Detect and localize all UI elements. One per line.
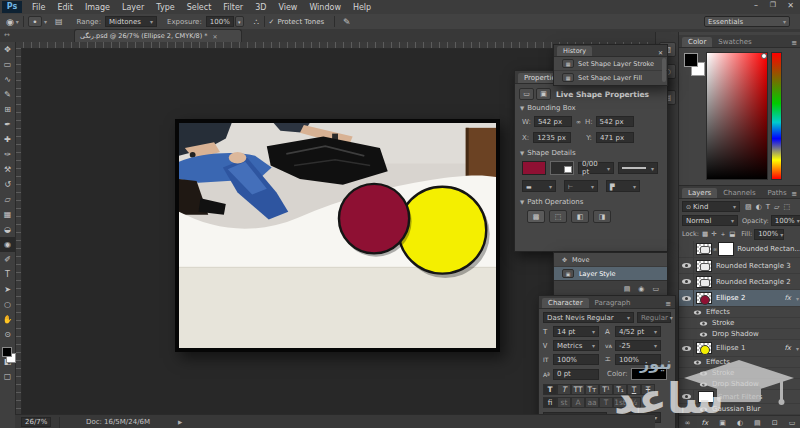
tool-preset-arrow-icon[interactable]: ▾	[16, 18, 19, 25]
status-options-arrow-icon[interactable]: ▶	[178, 419, 182, 425]
ellipse-tool[interactable]: ○	[0, 297, 15, 312]
link-layers-icon[interactable]: ∞	[685, 419, 691, 427]
visibility-toggle[interactable]	[679, 258, 694, 273]
fill-field[interactable]: 100%▾	[754, 229, 784, 240]
history-state[interactable]: ▦ Set Shape Layer Stroke	[554, 57, 667, 71]
visibility-toggle[interactable]	[679, 274, 694, 289]
dodge-tool[interactable]: ◉	[0, 237, 15, 252]
stylistic-alternates-button[interactable]: aa	[585, 397, 599, 408]
dodge-tool-preview-icon[interactable]: ◉	[6, 17, 14, 27]
pathop-exclude-icon[interactable]: ◨	[593, 210, 611, 223]
delete-state-icon[interactable]: ▭	[652, 285, 659, 293]
tab-channels[interactable]: Channels	[717, 188, 761, 198]
shape-fill-swatch[interactable]	[522, 161, 546, 175]
hand-tool[interactable]: ✋	[0, 312, 15, 327]
fx-badge[interactable]: fx	[784, 344, 791, 352]
tab-swatches[interactable]: Swatches	[712, 37, 757, 47]
path-operations-section-label[interactable]: Path Operations	[527, 198, 583, 206]
restore-button[interactable]: ❐	[770, 1, 776, 9]
menu-layer[interactable]: Layer	[116, 3, 150, 12]
baseline-shift-field[interactable]: 0 pt	[553, 369, 599, 380]
stroke-cap-select[interactable]: ⊢▾	[564, 180, 598, 192]
tablet-icon[interactable]: ▤	[55, 17, 63, 26]
menu-3d[interactable]: 3D	[249, 3, 272, 12]
layer-filter-select[interactable]: ⊙Kind ▾	[682, 201, 740, 212]
healing-brush-tool[interactable]: ✚	[0, 132, 15, 147]
menu-filter[interactable]: Filter	[217, 3, 249, 12]
ligatures-button[interactable]: fi	[543, 397, 557, 408]
titling-alternates-button[interactable]: T	[599, 397, 613, 408]
color-swatch-widget[interactable]	[1, 347, 15, 363]
range-select[interactable]: Midtones▾	[105, 16, 157, 27]
ordinals-button[interactable]: 1st	[613, 397, 627, 408]
layer-row[interactable]: Ellipse 1 fx ▾	[679, 340, 800, 357]
history-brush-tool[interactable]: ↺	[0, 177, 15, 192]
layer-row[interactable]: Rounded Rectangle 2	[679, 274, 800, 290]
filter-type-icon[interactable]: T	[766, 203, 770, 211]
superscript-button[interactable]: T¹	[599, 384, 613, 395]
layer-row-selected[interactable]: Ellipse 2 fx ▾	[679, 290, 800, 307]
toolbar-collapse-icon[interactable]: ↔	[4, 31, 10, 39]
brush-preset-icon[interactable]: •	[28, 16, 42, 27]
tab-history[interactable]: History	[557, 46, 592, 56]
section-collapse-icon[interactable]: ▼	[520, 105, 524, 111]
visibility-toggle[interactable]	[679, 340, 694, 356]
height-field[interactable]: 542 px	[596, 116, 634, 127]
history-state[interactable]: ▦ Set Shape Layer Fill	[554, 71, 667, 84]
width-field[interactable]: 542 px	[534, 116, 572, 127]
exposure-input[interactable]: 100%	[206, 16, 234, 27]
crop-tool[interactable]: ⊞	[0, 102, 15, 117]
path-selection-tool[interactable]: ➤	[0, 282, 15, 297]
gradient-tool[interactable]: ▦	[0, 207, 15, 222]
stroke-effect-row[interactable]: Stroke	[679, 368, 800, 379]
bounding-box-mode-icon[interactable]: ▭	[519, 88, 534, 100]
fx-collapse-icon[interactable]: ▾	[796, 345, 799, 352]
faux-italic-button[interactable]: T	[557, 384, 571, 395]
protect-tones-label[interactable]: Protect Tones	[277, 18, 324, 26]
font-size-select[interactable]: 14 pt▾	[553, 326, 599, 337]
filter-adjustment-icon[interactable]: ◐	[756, 203, 762, 211]
filter-shape-icon[interactable]: ▱	[774, 203, 779, 211]
menu-view[interactable]: View	[272, 3, 303, 12]
eyedropper-tool[interactable]: ✒	[0, 117, 15, 132]
fx-collapse-icon[interactable]: ▾	[796, 295, 799, 302]
document-tab-close-icon[interactable]: ✕	[213, 33, 218, 40]
shape-mode-icon[interactable]: ▣	[536, 88, 551, 100]
lasso-tool[interactable]: ∿	[0, 72, 15, 87]
quick-selection-tool[interactable]: ✎	[0, 87, 15, 102]
y-field[interactable]: 471 px	[596, 132, 634, 143]
clone-stamp-tool[interactable]: ⚒	[0, 162, 15, 177]
history-scrollbar[interactable]	[662, 58, 666, 82]
bounding-box-section-label[interactable]: Bounding Box	[527, 104, 575, 112]
opacity-field[interactable]: 100%▾	[771, 215, 800, 226]
foreground-color-swatch[interactable]	[2, 347, 12, 357]
blur-tool[interactable]: ◒	[0, 222, 15, 237]
tab-paragraph[interactable]: Paragraph	[589, 298, 637, 308]
menu-type[interactable]: Type	[150, 3, 180, 12]
delete-layer-icon[interactable]: ▭	[789, 419, 796, 427]
zoom-level-field[interactable]: 26/7%	[21, 417, 51, 427]
shape-details-section-label[interactable]: Shape Details	[527, 149, 575, 157]
strikethrough-button[interactable]: T	[641, 384, 655, 395]
pathop-combine-icon[interactable]: ▩	[527, 210, 545, 223]
filter-smart-object-icon[interactable]: ⬚	[783, 203, 790, 211]
small-caps-button[interactable]: Tᴛ	[585, 384, 599, 395]
pen-tool[interactable]: ✐	[0, 252, 15, 267]
new-document-from-state-icon[interactable]: ▤	[624, 285, 631, 293]
menu-image[interactable]: Image	[79, 3, 116, 12]
menu-help[interactable]: Help	[347, 3, 377, 12]
fractions-button[interactable]: ½	[627, 397, 641, 408]
tab-character[interactable]: Character	[542, 298, 589, 308]
protect-tones-checkbox[interactable]: ✓	[269, 18, 275, 26]
close-button[interactable]: ✕	[787, 1, 794, 10]
adjustment-layer-icon[interactable]: ◐	[737, 419, 743, 427]
zoom-tool[interactable]: ⊙	[0, 327, 15, 342]
lock-position-icon[interactable]: ＋	[720, 230, 727, 239]
exposure-slider-arrow[interactable]: ▾	[235, 16, 244, 27]
faux-bold-button[interactable]: T	[543, 384, 557, 395]
smart-filters-row[interactable]: Smart Filters	[679, 390, 800, 404]
stroke-type-select[interactable]: ▾	[618, 162, 658, 174]
menu-window[interactable]: Window	[303, 3, 347, 12]
text-color-swatch[interactable]	[631, 368, 667, 380]
brush-tool[interactable]: ✑	[0, 147, 15, 162]
